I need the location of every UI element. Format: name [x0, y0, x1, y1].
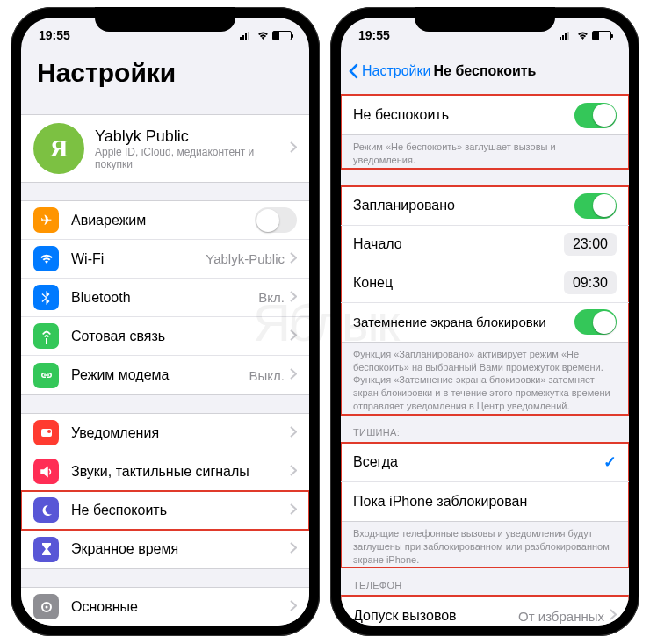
screen-right: 19:55 Настройки Не беспокоить Не беспоко…	[341, 18, 629, 626]
settings-row[interactable]: ✈︎Авиарежим	[21, 201, 309, 240]
silence-footer: Входящие телефонные вызовы и уведомления…	[341, 522, 629, 568]
row-label: Звуки, тактильные сигналы	[71, 464, 285, 480]
settings-row[interactable]: BluetoothВкл.	[21, 279, 309, 317]
cellular-icon	[240, 31, 254, 40]
screen-left: 19:55 Настройки Я Yablyk Public Apple ID…	[21, 18, 309, 626]
settings-title: Настройки	[21, 53, 309, 97]
account-sub: Apple ID, iCloud, медиаконтент и покупки	[95, 146, 285, 170]
chevron-right-icon	[290, 425, 297, 441]
settings-row[interactable]: Не беспокоить	[21, 491, 309, 530]
settings-row[interactable]: Основные	[21, 588, 309, 626]
row-label: Сотовая связь	[71, 329, 285, 344]
settings-row[interactable]: Экранное время	[21, 530, 309, 568]
settings-row[interactable]: Wi-FiYablyk-Public	[21, 240, 309, 279]
hour-icon	[33, 537, 59, 562]
row-detail: Вкл.	[258, 290, 285, 305]
svg-point-3	[45, 605, 47, 608]
chevron-right-icon	[610, 608, 617, 624]
row-label: Авиарежим	[71, 213, 255, 228]
allow-calls-value: От избранных	[518, 609, 604, 624]
chevron-right-icon	[290, 367, 297, 383]
scheduled-label: Запланировано	[353, 198, 574, 213]
end-time-row[interactable]: Конец 09:30	[341, 264, 629, 303]
silence-locked-label: Пока iPhone заблокирован	[353, 494, 617, 510]
status-time: 19:55	[39, 28, 70, 42]
dim-toggle[interactable]	[574, 309, 617, 335]
settings-row[interactable]: Звуки, тактильные сигналы	[21, 452, 309, 491]
wifi-icon	[33, 246, 59, 271]
row-detail: Выкл.	[249, 368, 285, 383]
moon-icon	[33, 497, 59, 523]
chevron-right-icon	[290, 464, 297, 480]
silence-locked-row[interactable]: Пока iPhone заблокирован	[341, 482, 629, 521]
ant-icon	[33, 323, 59, 349]
row-label: Режим модема	[71, 367, 249, 383]
start-time-value[interactable]: 23:00	[564, 233, 617, 256]
dim-label: Затемнение экрана блокировки	[353, 315, 574, 329]
bt-icon	[33, 285, 59, 310]
status-time: 19:55	[358, 28, 390, 42]
chevron-left-icon	[348, 63, 358, 79]
dnd-toggle[interactable]	[574, 103, 617, 128]
back-button[interactable]: Настройки	[348, 63, 430, 79]
settings-row[interactable]: Режим модемаВыкл.	[21, 356, 309, 394]
silence-always-label: Всегда	[353, 454, 603, 470]
avatar: Я	[33, 123, 84, 174]
dnd-footer: Режим «Не беспокоить» заглушает вызовы и…	[341, 135, 629, 169]
row-toggle[interactable]	[255, 207, 297, 233]
checkmark-icon: ✓	[603, 452, 617, 472]
battery-icon	[592, 31, 611, 40]
chevron-right-icon	[290, 329, 297, 344]
✈︎-icon: ✈︎	[33, 207, 59, 233]
wifi-icon	[256, 31, 270, 40]
row-label: Уведомления	[71, 425, 285, 441]
dim-lock-row[interactable]: Затемнение экрана блокировки	[341, 303, 629, 342]
dnd-label: Не беспокоить	[353, 107, 574, 123]
chevron-right-icon	[290, 541, 297, 557]
row-label: Не беспокоить	[71, 503, 285, 518]
chevron-right-icon	[290, 290, 297, 306]
silence-header: ТИШИНА:	[341, 415, 629, 443]
chevron-right-icon	[290, 503, 297, 518]
end-time-value[interactable]: 09:30	[564, 271, 617, 294]
end-label: Конец	[353, 275, 564, 291]
allow-calls-row[interactable]: Допуск вызовов От избранных	[341, 597, 629, 626]
allow-calls-label: Допуск вызовов	[353, 608, 518, 624]
battery-icon	[272, 31, 292, 40]
scheduled-row[interactable]: Запланировано	[341, 187, 629, 226]
start-label: Начало	[353, 236, 564, 252]
dnd-toggle-row[interactable]: Не беспокоить	[341, 96, 629, 134]
chevron-right-icon	[290, 599, 297, 615]
cellular-icon	[560, 31, 574, 40]
wifi-icon	[576, 31, 589, 40]
notch	[415, 7, 555, 32]
nav-bar: Настройки Не беспокоить	[341, 53, 629, 90]
chevron-right-icon	[290, 141, 297, 156]
gear-icon	[33, 594, 59, 619]
settings-row[interactable]: Уведомления	[21, 414, 309, 452]
phone-right: 19:55 Настройки Не беспокоить Не беспоко…	[330, 7, 639, 636]
sched-footer: Функция «Запланировано» активирует режим…	[341, 343, 629, 415]
row-label: Экранное время	[71, 541, 285, 557]
row-label: Основные	[71, 599, 285, 615]
notch	[95, 7, 235, 32]
account-name: Yablyk Public	[95, 127, 285, 146]
phone-header: ТЕЛЕФОН	[341, 568, 629, 596]
settings-row[interactable]: Сотовая связь	[21, 317, 309, 356]
start-time-row[interactable]: Начало 23:00	[341, 226, 629, 264]
row-detail: Yablyk-Public	[206, 251, 285, 266]
silence-always-row[interactable]: Всегда ✓	[341, 444, 629, 482]
chevron-right-icon	[290, 251, 297, 267]
svg-point-1	[47, 430, 51, 433]
bell-icon	[33, 420, 59, 445]
row-label: Bluetooth	[71, 290, 258, 306]
link-icon	[33, 363, 59, 388]
back-label: Настройки	[362, 63, 430, 79]
apple-id-row[interactable]: Я Yablyk Public Apple ID, iCloud, медиак…	[21, 115, 309, 182]
scheduled-toggle[interactable]	[574, 193, 617, 219]
phone-left: 19:55 Настройки Я Yablyk Public Apple ID…	[11, 7, 320, 636]
spk-icon	[33, 459, 59, 484]
row-label: Wi-Fi	[71, 251, 206, 267]
